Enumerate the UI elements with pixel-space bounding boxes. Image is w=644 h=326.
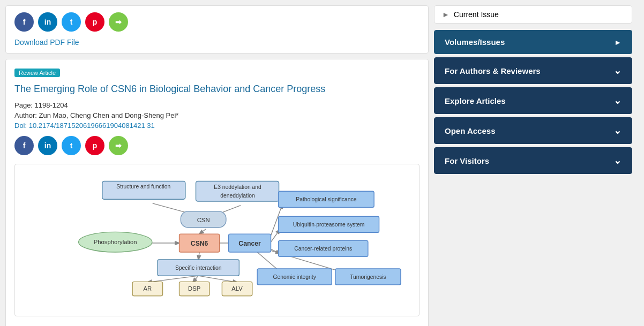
chevron-down-icon: ⌄ [613,65,621,77]
svg-line-13 [198,252,199,260]
article-doi[interactable]: Doi: 10.2174/18715206196661904081421 31 [14,122,420,130]
share-article[interactable]: ➡ [109,136,128,155]
for-visitors-button[interactable]: For Visitors ⌄ [434,147,632,174]
sidebar-section-current-issue: ► Current Issue [434,5,632,27]
svg-line-12 [198,276,237,282]
svg-text:CSN: CSN [197,217,210,223]
svg-text:Cancer: Cancer [238,240,261,247]
for-visitors-label: For Visitors [445,156,489,165]
twitter-share-top[interactable]: t [62,12,81,32]
svg-text:Pathological significance: Pathological significance [296,196,356,202]
facebook-share-article[interactable]: f [14,136,34,155]
article-card: Review Article The Emerging Role of CSN6… [5,59,429,326]
svg-text:Cancer-related proteins: Cancer-related proteins [294,246,352,252]
svg-text:Ubiquitin-proteasome system: Ubiquitin-proteasome system [293,222,365,228]
chevron-down-visitors-icon: ⌄ [613,155,621,166]
article-author: Author: Zun Mao, Cheng Chen and Dong-She… [14,111,420,119]
linkedin-share-top[interactable]: in [38,12,57,32]
chevron-down-open-icon: ⌄ [613,125,621,137]
chevron-right-icon: ► [614,38,621,47]
open-access-label: Open Access [445,126,496,135]
social-icons-top: f in t p ➡ [14,12,420,32]
csn6-diagram: Structure and function E3 neddylation an… [26,175,408,304]
svg-text:AR: AR [144,285,152,292]
svg-line-10 [147,276,198,282]
svg-text:ALV: ALV [231,285,243,292]
sidebar-section-authors: For Authors & Reviewers ⌄ [434,57,632,84]
share-bar-top: f in t p ➡ Download PDF File [5,5,429,54]
pinterest-share-article[interactable]: p [85,136,104,155]
svg-text:deneddylation: deneddylation [220,193,255,199]
sidebar-section-open-access: Open Access ⌄ [434,117,632,144]
sidebar-section-explore: Explore Articles ⌄ [434,87,632,114]
svg-text:Genomic integrity: Genomic integrity [273,274,316,280]
current-issue-label: Current Issue [454,10,499,19]
for-authors-label: For Authors & Reviewers [445,66,541,75]
explore-articles-label: Explore Articles [445,96,506,105]
main-content: f in t p ➡ Download PDF File Review Arti… [0,0,434,326]
svg-text:CSN6: CSN6 [191,240,208,247]
article-diagram: Structure and function E3 neddylation an… [14,164,420,316]
facebook-share-top[interactable]: f [14,12,34,32]
svg-text:DSP: DSP [188,285,200,292]
article-title: The Emerging Role of CSN6 in Biological … [14,82,420,96]
social-icons-article: f in t p ➡ [14,136,420,155]
twitter-share-article[interactable]: t [62,136,81,155]
article-page: Page: 1198-1204 [14,101,420,109]
svg-text:Structure and function: Structure and function [116,184,170,189]
for-authors-button[interactable]: For Authors & Reviewers ⌄ [434,57,632,84]
chevron-down-explore-icon: ⌄ [613,95,621,107]
sidebar-section-volumes: Volumes/Issues ► [434,30,632,54]
explore-articles-button[interactable]: Explore Articles ⌄ [434,87,632,114]
svg-text:Phosphorylation: Phosphorylation [94,239,137,245]
share-top[interactable]: ➡ [109,12,128,32]
svg-line-2 [199,229,206,234]
svg-text:E3 neddylation and: E3 neddylation and [214,184,261,190]
sidebar: ► Current Issue Volumes/Issues ► For Aut… [434,0,638,326]
volumes-issues-label: Volumes/Issues [445,37,505,47]
review-badge: Review Article [14,69,60,77]
sidebar-section-visitors: For Visitors ⌄ [434,147,632,174]
current-issue-item[interactable]: ► Current Issue [434,5,632,24]
open-access-button[interactable]: Open Access ⌄ [434,117,632,144]
linkedin-share-article[interactable]: in [38,136,57,155]
pinterest-share-top[interactable]: p [85,12,104,32]
download-pdf-link[interactable]: Download PDF File [14,38,79,47]
arrow-right-icon: ► [442,10,450,19]
volumes-issues-button[interactable]: Volumes/Issues ► [434,30,632,54]
svg-text:Specific interaction: Specific interaction [175,265,222,271]
svg-text:Tumorigenesis: Tumorigenesis [350,274,386,280]
